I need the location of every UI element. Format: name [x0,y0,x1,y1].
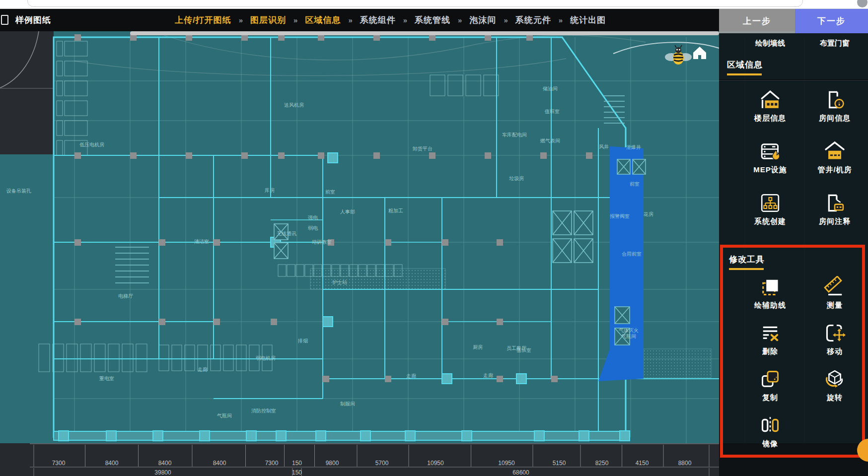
room-label: 电梯厅 [118,293,133,299]
app-window: 样例图纸 上传/打开图纸»图层识别»区域信息»系统组件»系统管线»泡沫间»系统元… [0,0,868,476]
tool-door-window[interactable]: 布置门窗 [802,39,867,48]
room-label: 培训教室 [312,239,332,245]
room-label: 合用前室 [622,251,642,257]
dimension-label: 8400 [213,460,226,467]
dimension-strip: 7300840084008400730015098005700109501095… [0,443,719,476]
move-icon [824,322,846,344]
room-label: 卸货平台 [413,146,433,151]
rotate-icon [824,368,846,390]
tool-label: 楼层信息 [754,114,786,123]
room-label: 前室 [630,181,640,187]
section-title: 修改工具 [723,248,862,265]
dimension-label: 5700 [375,460,389,467]
room-label: 走廊 [483,373,493,378]
document-title: 样例图纸 [15,14,51,26]
step-3[interactable]: 区域信息 [305,14,341,26]
dimension-label: 9800 [326,460,339,467]
step-separator: » [458,16,462,24]
tool-copy[interactable]: 复制 [738,362,802,408]
tool-floor-info[interactable]: 楼层信息 [738,80,802,132]
tool-room-annotation[interactable]: 房间注释 [802,183,867,235]
room-label: 消防控制室 [251,408,276,413]
tool-mirror[interactable]: 镜像 [738,408,802,455]
floor-info-icon [759,89,781,111]
room-label: 垃圾房 [509,176,524,181]
tool-label: 移动 [827,347,843,356]
dimension-label: 7300 [265,460,279,467]
room-annotation-icon [824,192,846,214]
tool-measure[interactable]: 测量 [802,270,865,316]
step-separator: » [239,16,243,24]
dimension-label: 68600 [512,469,529,476]
right-sidebar: 上一步 下一步 绘制墙线布置门窗 区域信息楼层信息房间信息MEP设施管井/机房系… [719,8,868,476]
tool-room-info[interactable]: 房间信息 [802,80,867,132]
room-label: 气瓶间 [217,413,232,418]
tool-label: 系统创建 [754,217,786,226]
room-label: 厨房 [473,344,483,350]
room-label: 前室 [325,189,335,195]
step-separator: » [293,16,297,24]
tool-label: 房间注释 [819,217,851,226]
step-1[interactable]: 上传/打开图纸 [175,14,231,26]
tool-label: 测量 [827,301,843,310]
room-label: 强电 [308,215,318,220]
dimension-label: 150 [292,460,302,467]
dimension-label: 39800 [154,469,171,476]
room-label: 气体灭火 [619,328,639,333]
mirror-icon [759,414,781,436]
room-label: 库房 [265,188,275,193]
section-area-info: 区域信息楼层信息房间信息MEP设施管井/机房系统创建房间注释 [719,53,868,235]
copy-icon [759,368,781,390]
tool-panel: 绘制墙线布置门窗 区域信息楼层信息房间信息MEP设施管井/机房系统创建房间注释修… [719,33,868,476]
browser-chrome-strip [0,0,868,9]
tool-guide-line[interactable]: 绘辅助线 [738,270,802,316]
step-5[interactable]: 系统管线 [415,14,450,26]
tool-draw-wall[interactable]: 绘制墙线 [738,39,802,48]
tool-rotate[interactable]: 旋转 [802,362,865,408]
dimension-label: 8250 [595,460,609,467]
section-underline [727,73,762,75]
step-separator: » [348,16,352,24]
outside-area [0,31,54,154]
room-label: 走廊 [198,367,208,372]
tool-label: MEP设施 [753,165,787,175]
step-separator: » [403,16,407,24]
room-label: 车库配电间 [502,132,527,137]
room-label: 低压电机房 [79,142,104,147]
urlbar-bottom-edge [27,0,803,7]
tool-mep-facility[interactable]: MEP设施 [738,132,802,183]
browser-avatar [857,0,868,7]
section-modify-tools: 修改工具绘辅助线测量删除移动复制旋转镜像 [720,245,865,458]
room-label: 风井 [599,144,609,149]
room-label: 护士站 [332,279,347,285]
tool-system-create[interactable]: 系统创建 [738,183,802,235]
room-label: 设备吊装孔 [6,188,31,194]
dimension-label: 5150 [553,460,566,467]
guide-line-icon [759,276,781,298]
room-label: 储油间 [542,86,558,91]
room-label: 走廊 [406,373,416,379]
tool-delete[interactable]: 删除 [738,316,802,362]
next-step-button[interactable]: 下一步 [795,8,868,33]
step-4[interactable]: 系统组件 [360,14,396,26]
step-8[interactable]: 统计出图 [570,14,606,26]
tool-label: 删除 [762,347,778,356]
mep-facility-icon [759,140,781,162]
progress-bar [130,31,719,35]
dimension-label: 150 [292,469,302,476]
tool-shaft-room[interactable]: 管井/机房 [802,132,867,183]
tool-label: 复制 [762,393,778,403]
room-label: 粗加工 [388,208,403,213]
step-6[interactable]: 泡沫间 [469,14,496,26]
step-7[interactable]: 系统元件 [515,14,551,26]
previous-step-button[interactable]: 上一步 [719,8,795,33]
tool-move[interactable]: 移动 [802,316,865,362]
system-create-icon [759,192,781,214]
room-label: 燃气表间 [540,138,560,143]
tool-label: 绘辅助线 [754,301,786,310]
step-2[interactable]: 图层识别 [250,14,286,26]
room-label: 送风机房 [284,102,304,108]
room-label: 员工餐厅 [506,345,526,351]
room-label: 人事部 [340,209,355,214]
dimension-label: 8400 [158,460,172,467]
